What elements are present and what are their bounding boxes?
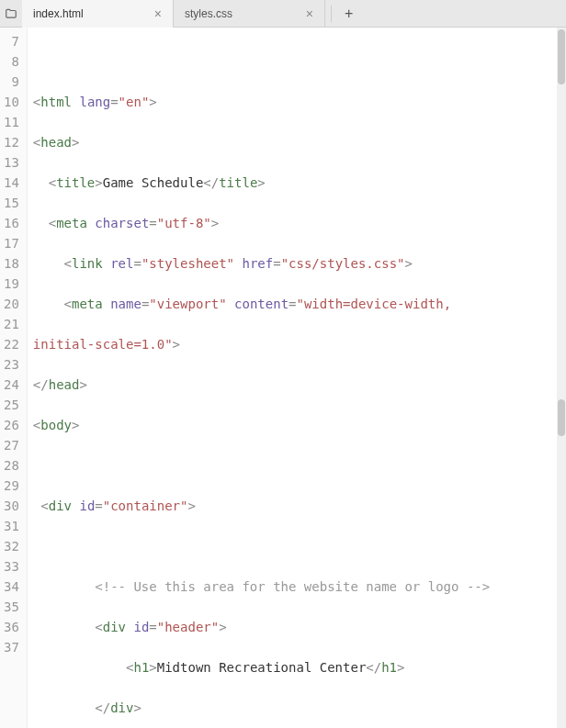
scrollbar-thumb[interactable] — [558, 29, 565, 84]
close-icon[interactable]: × — [302, 6, 317, 21]
scrollbar-thumb[interactable] — [558, 399, 565, 436]
new-tab-button[interactable]: + — [337, 6, 360, 22]
tab-label: index.html — [33, 7, 84, 20]
close-icon[interactable]: × — [151, 6, 165, 21]
tab-label: styles.css — [185, 7, 232, 20]
code-editor[interactable]: 7 8 9 10 11 12 13 14 15 16 17 18 19 20 2… — [0, 28, 566, 728]
separator — [331, 6, 332, 22]
code-area[interactable]: <html lang="en"> <head> <title>Game Sche… — [28, 28, 566, 728]
tab-index-html[interactable]: index.html × — [22, 0, 174, 28]
folder-icon[interactable] — [0, 7, 22, 20]
tab-styles-css[interactable]: styles.css × — [174, 0, 325, 28]
line-number-gutter: 7 8 9 10 11 12 13 14 15 16 17 18 19 20 2… — [0, 28, 28, 728]
scrollbar[interactable] — [557, 28, 566, 728]
tab-bar: index.html × styles.css × + — [0, 0, 566, 28]
